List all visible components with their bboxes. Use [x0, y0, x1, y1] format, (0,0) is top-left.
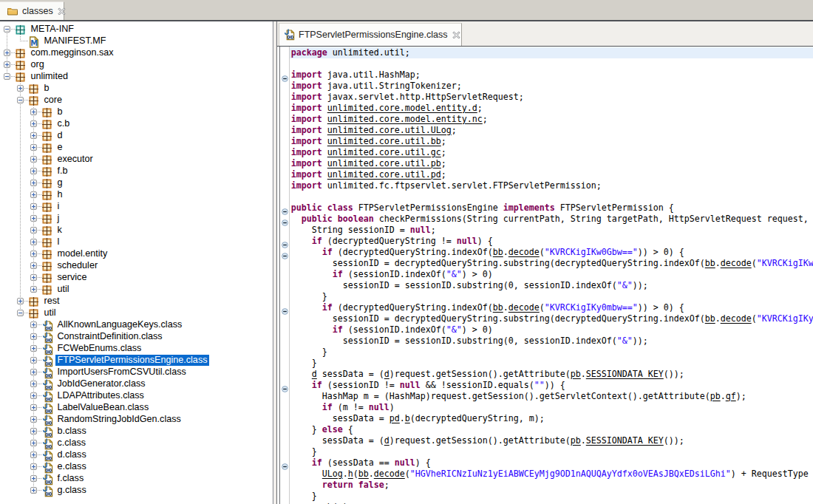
- tree-item-c-b[interactable]: c.b: [0, 118, 273, 129]
- tree-item-service[interactable]: service: [0, 271, 273, 283]
- tree-item-labelvaluebean-class[interactable]: LabelValueBean.class: [0, 401, 273, 413]
- tree-item-e-class[interactable]: e.class: [0, 460, 273, 472]
- code-area[interactable]: package unlimited.util; import java.util…: [290, 47, 813, 504]
- collapse-minus-handle[interactable]: [17, 310, 24, 316]
- code-link[interactable]: pb: [710, 391, 721, 401]
- code-link[interactable]: unlimited.core.util.ULog: [327, 125, 452, 135]
- fold-collapse-icon[interactable]: [282, 304, 288, 311]
- tree-item-g[interactable]: g: [0, 177, 273, 188]
- tree-item-meta-inf[interactable]: META-INF: [0, 23, 273, 35]
- tree-item-ldapattributes-class[interactable]: LDAPAttributes.class: [0, 389, 273, 401]
- tree-item-l[interactable]: l: [0, 236, 273, 248]
- tree-item-d[interactable]: d: [0, 129, 273, 141]
- expand-plus-handle[interactable]: [30, 120, 37, 127]
- tree-item-b[interactable]: b: [0, 82, 273, 94]
- expand-plus-handle[interactable]: [30, 109, 37, 115]
- expand-plus-handle[interactable]: [30, 381, 37, 387]
- code-link[interactable]: decode: [721, 258, 752, 268]
- tree-item-util[interactable]: util: [0, 283, 273, 295]
- expand-plus-handle[interactable]: [17, 298, 24, 304]
- code-link[interactable]: bb: [705, 313, 715, 324]
- code-link[interactable]: SESSIONDATA_KEY: [586, 435, 664, 446]
- tree-item-manifest-mf[interactable]: MMANIFEST.MF: [0, 35, 273, 47]
- code-link[interactable]: unlimited.core.model.entity.nc: [327, 114, 483, 124]
- code-link[interactable]: decode: [374, 469, 405, 479]
- code-link[interactable]: d: [312, 369, 317, 379]
- tree-item-b-class[interactable]: b.class: [0, 425, 273, 437]
- tree-item-jobidgenerator-class[interactable]: JobIdGenerator.class: [0, 378, 273, 389]
- tree-item-fcwebenums-class[interactable]: FCWebEnums.class: [0, 342, 273, 354]
- tree-item-ftpservletpermissionsengine-class[interactable]: FTPServletPermissionsEngine.class: [0, 354, 273, 366]
- tree-item-util[interactable]: util: [0, 307, 273, 319]
- tree-item-j[interactable]: j: [0, 212, 273, 224]
- code-link[interactable]: decode: [508, 302, 540, 313]
- tree-item-k[interactable]: k: [0, 224, 273, 236]
- code-link[interactable]: unlimited.core.util.pd: [327, 169, 441, 180]
- tree-item-f-class[interactable]: f.class: [0, 472, 273, 484]
- code-link[interactable]: unlimited.core.model.entity.d: [327, 103, 477, 113]
- expand-plus-handle[interactable]: [4, 61, 10, 68]
- tree-item-randomstringjobidgen-class[interactable]: RandomStringJobIdGen.class: [0, 413, 273, 425]
- code-link[interactable]: qf: [726, 391, 736, 401]
- tree-item-org[interactable]: org: [0, 58, 273, 70]
- code-link[interactable]: unlimited.core.util.bb: [327, 136, 441, 146]
- expand-plus-handle[interactable]: [30, 132, 37, 139]
- tree-item-unlimited[interactable]: unlimited: [0, 70, 273, 82]
- tree-item-d-class[interactable]: d.class: [0, 449, 273, 460]
- tab-class-file[interactable]: FTPServletPermissionsEngine.class: [279, 23, 462, 46]
- fold-collapse-icon[interactable]: [282, 216, 288, 222]
- expand-plus-handle[interactable]: [30, 452, 37, 458]
- expand-plus-handle[interactable]: [30, 440, 37, 446]
- code-link[interactable]: bb: [493, 302, 503, 313]
- tree-item-com-megginson-sax[interactable]: com.megginson.sax: [0, 47, 273, 58]
- expand-plus-handle[interactable]: [30, 180, 37, 186]
- fold-collapse-icon[interactable]: [282, 205, 288, 211]
- close-icon[interactable]: [452, 31, 460, 39]
- code-link[interactable]: decode: [508, 247, 540, 257]
- expand-plus-handle[interactable]: [30, 333, 37, 340]
- tree-item-allknownlanguagekeys-class[interactable]: AllKnownLanguageKeys.class: [0, 319, 273, 330]
- tree-item-i[interactable]: i: [0, 200, 273, 212]
- code-link[interactable]: bb: [705, 258, 715, 268]
- code-link[interactable]: bb: [358, 469, 369, 479]
- collapse-minus-handle[interactable]: [4, 73, 10, 80]
- expand-plus-handle[interactable]: [30, 191, 37, 198]
- expand-plus-handle[interactable]: [30, 392, 37, 399]
- code-link[interactable]: pb: [571, 369, 581, 379]
- close-icon[interactable]: [58, 7, 66, 16]
- fold-collapse-icon[interactable]: [282, 460, 288, 466]
- expand-plus-handle[interactable]: [30, 227, 37, 234]
- expand-plus-handle[interactable]: [30, 428, 37, 435]
- code-link[interactable]: unlimited.core.util.gc: [327, 147, 441, 157]
- code-link[interactable]: b: [405, 413, 410, 423]
- expand-plus-handle[interactable]: [30, 286, 37, 293]
- tree-item-scheduler[interactable]: scheduler: [0, 259, 273, 271]
- tree-item-constraintdefinition-class[interactable]: ConstraintDefinition.class: [0, 330, 273, 342]
- expand-plus-handle[interactable]: [30, 475, 37, 482]
- tab-classes[interactable]: classes: [0, 1, 64, 20]
- expand-plus-handle[interactable]: [30, 168, 37, 174]
- collapse-minus-handle[interactable]: [17, 97, 24, 103]
- expand-plus-handle[interactable]: [30, 274, 37, 281]
- tree-item-f-b[interactable]: f.b: [0, 165, 273, 177]
- expand-plus-handle[interactable]: [17, 85, 24, 92]
- fold-collapse-icon[interactable]: [282, 382, 288, 389]
- expand-plus-handle[interactable]: [30, 215, 37, 222]
- fold-collapse-icon[interactable]: [282, 249, 288, 256]
- expand-plus-handle[interactable]: [30, 357, 37, 364]
- expand-plus-handle[interactable]: [30, 369, 37, 375]
- expand-plus-handle[interactable]: [30, 251, 37, 257]
- tree-item-core[interactable]: core: [0, 94, 273, 106]
- fold-collapse-icon[interactable]: [282, 72, 288, 78]
- expand-plus-handle[interactable]: [30, 144, 37, 151]
- code-link[interactable]: unlimited.core.util.pb: [327, 158, 441, 168]
- tree-item-h[interactable]: h: [0, 188, 273, 200]
- code-link[interactable]: b: [327, 502, 333, 504]
- expand-plus-handle[interactable]: [30, 156, 37, 163]
- expand-plus-handle[interactable]: [30, 262, 37, 269]
- expand-plus-handle[interactable]: [30, 239, 37, 245]
- tree-item-c-class[interactable]: c.class: [0, 437, 273, 449]
- expand-plus-handle[interactable]: [30, 487, 37, 494]
- expand-plus-handle[interactable]: [30, 416, 37, 423]
- expand-plus-handle[interactable]: [4, 50, 10, 56]
